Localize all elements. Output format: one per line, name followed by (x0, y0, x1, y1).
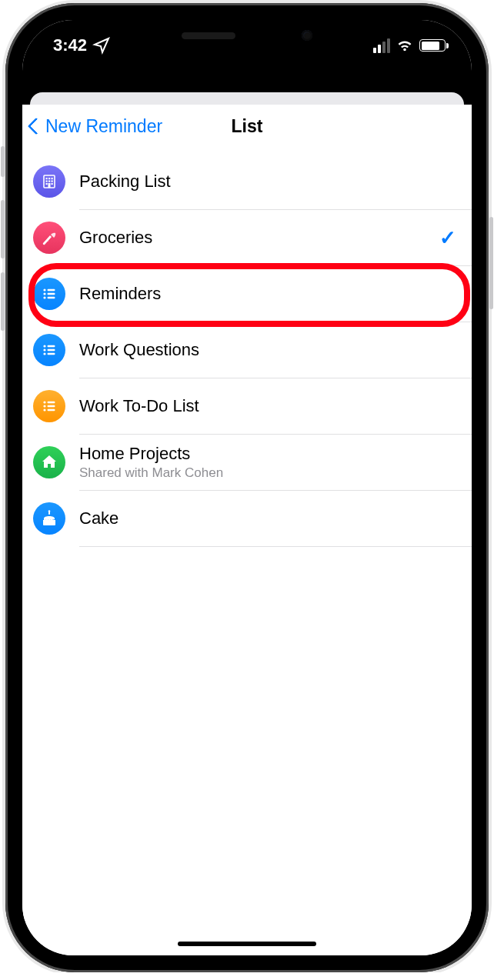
notch (149, 20, 345, 51)
cake-icon (33, 502, 65, 535)
svg-rect-12 (48, 289, 55, 291)
volume-up-button (1, 200, 5, 258)
list-row-label: Work To-Do List (79, 396, 456, 416)
svg-rect-14 (48, 293, 55, 295)
lists-table: Packing ListGroceries✓RemindersWork Ques… (22, 148, 472, 547)
list-row-label: Packing List (79, 172, 456, 192)
svg-point-21 (43, 352, 45, 355)
svg-rect-28 (48, 409, 55, 411)
checkmark-icon: ✓ (439, 226, 456, 250)
front-camera (302, 30, 312, 41)
nav-bar: New Reminder List (22, 105, 472, 148)
list-row-label: Cake (79, 508, 456, 528)
svg-point-19 (43, 348, 45, 351)
building-icon (33, 165, 65, 198)
svg-rect-22 (48, 353, 55, 355)
svg-point-23 (43, 401, 45, 403)
list-row-label: Groceries (79, 228, 426, 248)
svg-point-27 (43, 408, 45, 411)
power-button (489, 217, 493, 309)
modal-sheet: New Reminder List Packing ListGroceries✓… (22, 105, 472, 955)
svg-rect-4 (46, 181, 48, 182)
svg-rect-24 (48, 402, 55, 403)
svg-rect-3 (52, 178, 53, 179)
phone-frame: 3:42 New Reminder (5, 3, 489, 972)
list-row-packing[interactable]: Packing List (33, 154, 472, 209)
nav-title: List (232, 116, 263, 137)
svg-rect-6 (52, 181, 53, 182)
back-label: New Reminder (45, 116, 162, 137)
svg-rect-8 (52, 183, 53, 185)
mute-switch (1, 146, 5, 177)
svg-rect-2 (48, 178, 50, 179)
separator (79, 546, 472, 547)
list-row-worktodo[interactable]: Work To-Do List (33, 378, 472, 434)
chevron-left-icon (28, 118, 45, 135)
svg-rect-5 (48, 181, 50, 182)
svg-rect-1 (46, 178, 48, 179)
list-row-workq[interactable]: Work Questions (33, 322, 472, 378)
status-time: 3:42 (53, 35, 87, 55)
svg-rect-18 (48, 345, 55, 347)
list-row-home[interactable]: Home ProjectsShared with Mark Cohen (33, 435, 472, 490)
bullets-icon (33, 390, 65, 422)
back-button[interactable]: New Reminder (30, 105, 162, 148)
list-row-reminders[interactable]: Reminders (33, 266, 472, 322)
carrot-icon (33, 222, 65, 254)
svg-point-25 (43, 405, 45, 407)
bullets-icon (33, 334, 65, 366)
list-row-groceries[interactable]: Groceries✓ (33, 210, 472, 265)
svg-point-17 (43, 345, 45, 347)
svg-rect-9 (48, 183, 51, 188)
location-icon (92, 36, 111, 55)
svg-point-11 (43, 288, 45, 291)
cellular-icon (373, 38, 390, 53)
svg-point-15 (43, 296, 45, 298)
list-row-label: Home Projects (79, 444, 456, 464)
background-sheet-peek (30, 92, 464, 105)
svg-rect-7 (46, 183, 48, 185)
screen: 3:42 New Reminder (22, 20, 472, 955)
list-row-label: Work Questions (79, 340, 456, 360)
svg-rect-20 (48, 349, 55, 351)
svg-rect-26 (48, 405, 55, 407)
list-row-subtitle: Shared with Mark Cohen (79, 465, 456, 481)
list-row-label: Reminders (79, 284, 456, 304)
house-icon (33, 446, 65, 478)
volume-down-button (1, 272, 5, 331)
svg-point-30 (48, 510, 51, 512)
bullets-icon (33, 278, 65, 310)
battery-icon (419, 39, 446, 52)
list-row-cake[interactable]: Cake (33, 491, 472, 546)
speaker-grill (182, 32, 235, 39)
svg-rect-16 (48, 297, 55, 298)
svg-point-13 (43, 292, 45, 295)
home-indicator[interactable] (178, 942, 316, 946)
wifi-icon (396, 37, 413, 54)
